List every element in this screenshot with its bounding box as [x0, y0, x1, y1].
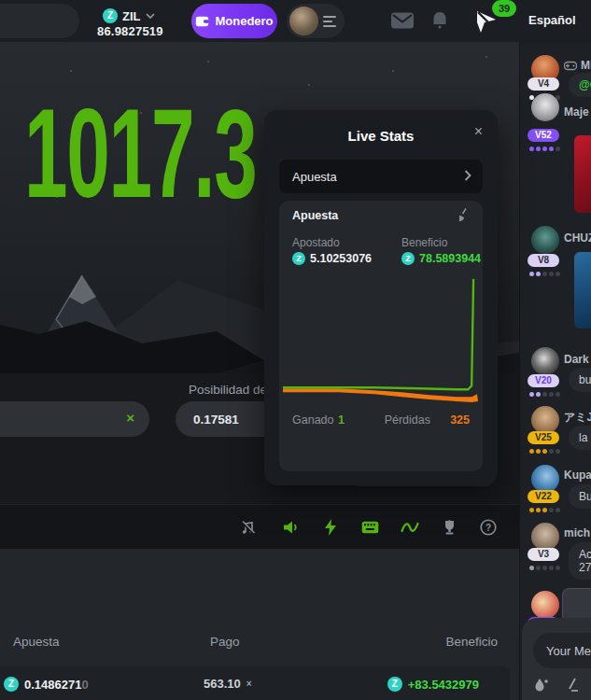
inbox-button[interactable] [390, 11, 415, 34]
chat-popover-fragment [562, 588, 591, 620]
search-input[interactable] [0, 4, 79, 38]
won-label: Ganado [292, 413, 333, 427]
reset-stats-button[interactable] [457, 207, 471, 226]
svg-text:?: ? [485, 523, 491, 533]
chat-gif-blue[interactable] [574, 252, 591, 329]
trophy-icon [443, 520, 457, 536]
mail-icon [390, 11, 415, 30]
level-badge: V4 [528, 77, 559, 91]
chat-input-panel: Your Me [522, 618, 591, 700]
wagered-label: Apostado [292, 236, 340, 249]
col-header-bet: Apuesta [13, 635, 60, 649]
leaderboard-button[interactable] [439, 517, 459, 538]
hotkeys-button[interactable] [359, 517, 380, 538]
won-value: 1 [338, 413, 345, 427]
chat-input-placeholder: Your Me [546, 644, 591, 658]
currency-selector[interactable]: Z ZIL 86.9827519 [90, 3, 187, 39]
username[interactable]: Mi [564, 59, 591, 72]
result-row[interactable]: Z 0.14862710 563.10× Z +83.5432979 [0, 666, 510, 700]
level-progress-dots [529, 508, 560, 512]
username[interactable]: アミJ [564, 410, 591, 426]
wallet-button[interactable]: Monedero [191, 4, 277, 38]
chat-bubble: Bu [569, 484, 591, 509]
live-stats-title: Live Stats [264, 128, 498, 144]
star-decoration [70, 70, 72, 72]
live-stats-toggle-button[interactable] [400, 517, 420, 538]
zil-coin-icon: Z [387, 677, 402, 692]
level-badge: V22 [528, 490, 559, 503]
avatar[interactable] [531, 406, 559, 434]
lost-label: Pérdidas [385, 413, 430, 427]
currency-code: ZIL [122, 9, 141, 23]
level-progress-dots [529, 147, 560, 151]
multiplier-x-icon[interactable]: × [126, 410, 134, 426]
user-avatar[interactable] [289, 7, 318, 35]
bet-amount-cell: Z 0.14862710 [4, 677, 89, 692]
chat-bubble: bu [569, 368, 591, 392]
level-badge: V8 [528, 254, 559, 267]
level-badge: V3 [528, 548, 559, 561]
username[interactable]: Maje [564, 105, 589, 119]
avatar[interactable] [531, 523, 559, 551]
level-badge: V20 [528, 374, 559, 387]
keyboard-icon [361, 521, 379, 534]
level-progress-dots [529, 272, 560, 276]
zil-coin-icon: Z [4, 677, 19, 692]
chat-bubble: Ac 27 [569, 542, 591, 580]
profit-cell: Z +83.5432979 [387, 677, 479, 692]
star-decoration [308, 84, 310, 86]
level-progress-dots [529, 449, 560, 454]
level-badge: V25 [528, 431, 559, 444]
wallet-balance: 86.9827519 [97, 24, 163, 38]
level-badge: V52 [528, 129, 559, 142]
unread-count-badge: 39 [492, 0, 516, 17]
payout-cell: 563.10× [204, 677, 252, 691]
live-stats-panel: Live Stats × Apuesta Apuesta Apostado Z … [264, 110, 498, 485]
avatar[interactable] [531, 347, 559, 375]
instant-bet-button[interactable] [320, 517, 341, 538]
speaker-icon [283, 520, 300, 535]
language-selector[interactable]: Español [528, 13, 576, 27]
stats-mode-dropdown[interactable]: Apuesta [279, 160, 483, 193]
chat-message-input[interactable]: Your Me [533, 633, 591, 668]
lost-value: 325 [450, 413, 470, 427]
stats-mode-value: Apuesta [292, 170, 337, 184]
star-decoration [392, 70, 394, 72]
notifications-button[interactable] [430, 11, 449, 35]
win-chance-label: Posibilidad de [189, 383, 267, 397]
username[interactable]: mich [564, 526, 590, 539]
slash-commands-icon[interactable] [566, 677, 580, 693]
avatar[interactable] [531, 465, 559, 493]
rain-icon[interactable] [534, 677, 549, 693]
chat-gif-red[interactable] [574, 135, 591, 213]
results-panel: Apuesta Pago Beneficio Z 0.14862710 563.… [0, 549, 519, 700]
stats-squiggle-icon [401, 521, 419, 534]
username[interactable]: Dark [564, 353, 589, 366]
menu-icon [323, 16, 336, 30]
bell-icon [430, 11, 449, 31]
close-icon[interactable]: × [474, 123, 483, 140]
avatar[interactable] [531, 93, 559, 121]
avatar[interactable] [531, 226, 559, 254]
level-progress-dots [529, 392, 560, 397]
zil-coin-icon: Z [401, 252, 415, 265]
username[interactable]: Kupa [564, 469, 591, 482]
user-menu[interactable] [287, 4, 345, 38]
stats-profit-value: Z 78.5893944 [401, 252, 481, 265]
avatar[interactable] [531, 591, 559, 619]
target-multiplier-input[interactable]: × [0, 401, 149, 437]
help-button[interactable]: ? [478, 517, 499, 538]
lightning-icon [324, 519, 337, 536]
username[interactable]: CHUZ [564, 231, 591, 245]
col-header-profit: Beneficio [445, 635, 498, 649]
win-chance-value: 0.17581 [193, 413, 239, 427]
zil-coin-icon: Z [103, 8, 118, 23]
sound-on-button[interactable] [281, 517, 302, 538]
chat-bubble: la t [569, 426, 591, 450]
chat-sidebar: V4 Mi @G V52 [519, 42, 591, 700]
wagered-value: Z 5.10253076 [292, 252, 372, 265]
mention-text[interactable]: @G [579, 78, 591, 91]
casino-app: 1017.3 Posibilidad de × 0.17581 Ventaja … [0, 0, 591, 700]
music-off-button[interactable] [237, 517, 258, 538]
question-circle-icon: ? [480, 519, 497, 536]
